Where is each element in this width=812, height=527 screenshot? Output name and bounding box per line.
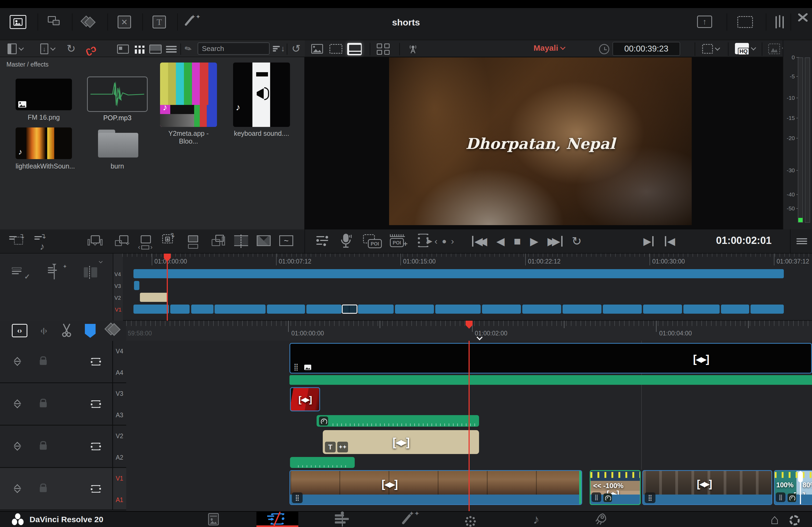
play-button[interactable]: ▶ <box>530 235 538 247</box>
split-view-icon[interactable] <box>84 266 101 280</box>
speed-point-grip[interactable] <box>798 471 803 482</box>
timeline-timecode[interactable]: 01:00:02:01 <box>704 235 784 246</box>
track-resize-icon[interactable] <box>14 485 21 493</box>
track-header-row[interactable]: V1A1 <box>0 468 126 510</box>
trim-handle-icon[interactable]: [◂▸] <box>697 478 712 490</box>
scrub-control[interactable]: ‹●› <box>434 236 454 246</box>
trim-handle-icon[interactable]: [◂▸] <box>693 353 709 365</box>
enable-track-icon[interactable] <box>91 485 101 493</box>
transition-tool-button[interactable] <box>106 325 119 334</box>
mini-clip-v3[interactable] <box>134 281 139 290</box>
clip-a4-audio[interactable] <box>289 375 812 385</box>
proxy-quality-button[interactable]: HQ <box>735 43 755 54</box>
lock-icon[interactable] <box>40 402 47 407</box>
play-reverse-button[interactable]: ◀ <box>496 235 505 247</box>
split-clip-icon[interactable] <box>234 235 248 246</box>
lock-icon[interactable] <box>40 487 47 492</box>
mute-speaker-icon[interactable] <box>65 358 74 366</box>
track-resize-icon[interactable] <box>14 442 21 450</box>
track-resize-icon[interactable] <box>14 358 21 365</box>
video-track-label[interactable]: V4 <box>116 348 123 355</box>
timeline-options-menu-icon[interactable] <box>796 237 807 245</box>
mini-clip-v1[interactable] <box>643 304 682 314</box>
lock-icon[interactable] <box>40 360 47 365</box>
export-button[interactable]: ↑ <box>697 16 712 28</box>
multicam-icon[interactable] <box>377 44 390 55</box>
tools-button[interactable] <box>316 235 328 246</box>
media-item-pop[interactable]: POP.mp3 <box>87 76 148 122</box>
refresh-icon[interactable]: ↻ <box>292 42 301 55</box>
search-input[interactable]: Search <box>198 42 270 55</box>
enable-track-icon[interactable] <box>91 443 101 450</box>
video-track-label[interactable]: V3 <box>116 390 123 397</box>
mini-clip-v1[interactable] <box>133 304 169 314</box>
audio-track-label[interactable]: A1 <box>116 496 123 504</box>
mute-speaker-icon[interactable] <box>65 400 74 408</box>
panel-layout-button[interactable] <box>8 44 23 54</box>
viewer-timecode[interactable]: 00:00:39:23 <box>612 42 680 56</box>
mini-clip-v1[interactable] <box>215 304 265 314</box>
media-item-fm16[interactable]: FM 16.png <box>16 79 72 121</box>
mini-playhead[interactable] <box>167 254 168 321</box>
trim-handle-icon[interactable]: [◂▸] <box>393 436 409 449</box>
clip-a2-audio[interactable] <box>290 457 355 468</box>
enable-track-icon[interactable] <box>91 400 101 408</box>
tag-icon[interactable]: ✎ <box>183 43 193 55</box>
go-to-first-frame-button[interactable]: ◀◀ <box>472 235 487 247</box>
smart-insert-icon[interactable] <box>88 235 103 245</box>
customize-tools-icon[interactable] <box>797 17 809 18</box>
media-item-lightleak[interactable]: ♪ lightleakWithSoun... <box>16 127 72 170</box>
color-page-button[interactable] <box>461 514 480 527</box>
home-button[interactable]: ⌂ <box>765 512 785 527</box>
fairlight-page-button[interactable]: ♪ <box>526 512 546 527</box>
clip-v1-4[interactable]: 100% 80% [◂▸] ⣿ <box>774 470 812 505</box>
audio-track-label[interactable]: A4 <box>116 369 123 376</box>
viewer-clip-name[interactable]: Mayali <box>534 44 565 52</box>
source-clip-icon[interactable] <box>311 44 323 54</box>
playhead-pin-icon[interactable]: ✦ <box>48 266 65 280</box>
thumbnail-view-icon[interactable] <box>135 46 137 54</box>
media-page-button[interactable] <box>204 512 223 527</box>
mini-timeline-area[interactable]: 01:00:00:0001:00:07:1201:00:15:0001:00:2… <box>122 254 812 321</box>
mini-clip-v1[interactable] <box>563 304 601 314</box>
sync-clips-icon[interactable]: ↻ <box>67 42 76 55</box>
place-on-top-icon[interactable] <box>188 235 198 249</box>
mute-speaker-icon[interactable] <box>65 443 74 451</box>
clip-v4-video[interactable]: ⣿ [◂▸] <box>289 343 812 374</box>
marker-flag-icon[interactable] <box>85 324 96 338</box>
deliver-page-button[interactable] <box>591 512 611 527</box>
audio-track-label[interactable]: A3 <box>116 412 123 419</box>
source-tape-icon[interactable] <box>330 44 342 54</box>
media-item-keyboard[interactable]: ♪ keyboard sound.... <box>233 79 290 137</box>
poi-detect-icon[interactable]: POI <box>363 234 382 248</box>
metadata-view-icon[interactable] <box>117 45 129 54</box>
trim-handle-icon[interactable]: [◂▸] <box>299 394 312 405</box>
mini-clip-v1[interactable] <box>603 304 642 314</box>
viewer-video[interactable]: Dhorpatan, Nepal <box>389 57 692 225</box>
timeline-checklist-icon[interactable]: ✓ <box>12 266 29 280</box>
broadcast-icon[interactable] <box>407 43 419 56</box>
cut-page-button[interactable] <box>257 512 298 527</box>
enable-track-icon[interactable] <box>91 358 101 365</box>
go-to-last-frame-button[interactable]: ▶▶ <box>548 235 563 247</box>
timeline-playhead[interactable] <box>468 341 470 511</box>
trim-handle-icon[interactable]: [◂▸] <box>381 478 397 490</box>
timeline-view-icon[interactable] <box>347 43 362 55</box>
import-media-button[interactable]: ↓ <box>40 44 55 54</box>
slip-tool-button[interactable]: ‹|› <box>36 324 52 337</box>
mini-clip-v1[interactable] <box>522 304 561 314</box>
track-header-row[interactable]: V3A3 <box>0 383 126 425</box>
trim-tool-button[interactable]: ‹› <box>12 324 27 337</box>
mini-clip-v1[interactable] <box>435 304 481 314</box>
settings-button[interactable] <box>785 513 804 527</box>
voiceover-mic-icon[interactable] <box>339 233 353 250</box>
prev-edit-button[interactable]: ◀ <box>665 235 675 247</box>
ripple-overwrite-icon[interactable]: ‹› <box>138 235 153 251</box>
mini-clip-v1[interactable] <box>721 304 749 314</box>
mini-clip-v4[interactable] <box>133 269 784 278</box>
fusion-page-button[interactable]: ✦✦ <box>396 512 416 527</box>
fullscreen-icon[interactable] <box>737 16 753 28</box>
audio-track-label[interactable]: A2 <box>116 454 123 461</box>
mini-clip-v1[interactable] <box>683 304 720 314</box>
mini-clip-v1[interactable] <box>358 304 394 314</box>
